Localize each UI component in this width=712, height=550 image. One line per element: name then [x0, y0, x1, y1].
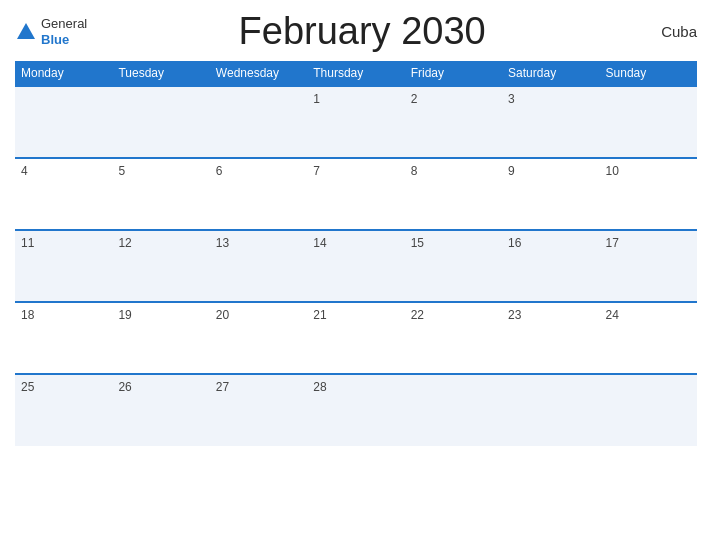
- day-cell-28: 28: [307, 374, 404, 446]
- empty-cell: [502, 374, 599, 446]
- day-cell-27: 27: [210, 374, 307, 446]
- day-cell-12: 12: [112, 230, 209, 302]
- weekday-header-sunday: Sunday: [600, 61, 697, 86]
- day-number: 26: [118, 380, 131, 394]
- day-cell-10: 10: [600, 158, 697, 230]
- day-cell-23: 23: [502, 302, 599, 374]
- day-cell-6: 6: [210, 158, 307, 230]
- weekday-header-saturday: Saturday: [502, 61, 599, 86]
- day-number: 18: [21, 308, 34, 322]
- logo: General Blue: [15, 16, 87, 47]
- week-row-4: 18192021222324: [15, 302, 697, 374]
- empty-cell: [405, 374, 502, 446]
- empty-cell: [600, 86, 697, 158]
- week-row-2: 45678910: [15, 158, 697, 230]
- day-number: 10: [606, 164, 619, 178]
- day-cell-21: 21: [307, 302, 404, 374]
- day-number: 16: [508, 236, 521, 250]
- weekday-header-wednesday: Wednesday: [210, 61, 307, 86]
- day-cell-1: 1: [307, 86, 404, 158]
- day-cell-16: 16: [502, 230, 599, 302]
- logo-text: General Blue: [41, 16, 87, 47]
- day-number: 17: [606, 236, 619, 250]
- day-cell-18: 18: [15, 302, 112, 374]
- day-number: 15: [411, 236, 424, 250]
- day-cell-14: 14: [307, 230, 404, 302]
- logo-flag-icon: [15, 21, 37, 43]
- day-cell-11: 11: [15, 230, 112, 302]
- day-number: 8: [411, 164, 418, 178]
- svg-marker-0: [17, 23, 35, 39]
- calendar-title: February 2030: [87, 10, 637, 53]
- day-number: 24: [606, 308, 619, 322]
- day-cell-24: 24: [600, 302, 697, 374]
- day-cell-20: 20: [210, 302, 307, 374]
- day-number: 3: [508, 92, 515, 106]
- day-number: 14: [313, 236, 326, 250]
- calendar-table: MondayTuesdayWednesdayThursdayFridaySatu…: [15, 61, 697, 446]
- day-number: 19: [118, 308, 131, 322]
- calendar-header: General Blue February 2030 Cuba: [15, 10, 697, 53]
- day-number: 7: [313, 164, 320, 178]
- day-number: 12: [118, 236, 131, 250]
- weekday-header-monday: Monday: [15, 61, 112, 86]
- day-cell-17: 17: [600, 230, 697, 302]
- day-cell-3: 3: [502, 86, 599, 158]
- day-number: 20: [216, 308, 229, 322]
- day-cell-25: 25: [15, 374, 112, 446]
- day-cell-9: 9: [502, 158, 599, 230]
- week-row-1: 123: [15, 86, 697, 158]
- day-cell-19: 19: [112, 302, 209, 374]
- day-number: 2: [411, 92, 418, 106]
- empty-cell: [600, 374, 697, 446]
- day-cell-15: 15: [405, 230, 502, 302]
- day-number: 23: [508, 308, 521, 322]
- day-number: 25: [21, 380, 34, 394]
- day-cell-13: 13: [210, 230, 307, 302]
- weekday-header-friday: Friday: [405, 61, 502, 86]
- day-number: 28: [313, 380, 326, 394]
- day-cell-5: 5: [112, 158, 209, 230]
- day-cell-7: 7: [307, 158, 404, 230]
- weekday-header-thursday: Thursday: [307, 61, 404, 86]
- day-number: 27: [216, 380, 229, 394]
- day-number: 9: [508, 164, 515, 178]
- day-cell-26: 26: [112, 374, 209, 446]
- day-number: 13: [216, 236, 229, 250]
- weekday-header-row: MondayTuesdayWednesdayThursdayFridaySatu…: [15, 61, 697, 86]
- day-number: 11: [21, 236, 34, 250]
- day-number: 1: [313, 92, 320, 106]
- logo-general: General: [41, 16, 87, 32]
- empty-cell: [112, 86, 209, 158]
- week-row-3: 11121314151617: [15, 230, 697, 302]
- day-number: 21: [313, 308, 326, 322]
- day-cell-8: 8: [405, 158, 502, 230]
- day-number: 5: [118, 164, 125, 178]
- day-number: 6: [216, 164, 223, 178]
- day-number: 22: [411, 308, 424, 322]
- day-cell-2: 2: [405, 86, 502, 158]
- logo-blue: Blue: [41, 32, 87, 48]
- calendar-container: General Blue February 2030 Cuba MondayTu…: [0, 0, 712, 550]
- day-number: 4: [21, 164, 28, 178]
- week-row-5: 25262728: [15, 374, 697, 446]
- day-cell-22: 22: [405, 302, 502, 374]
- weekday-header-tuesday: Tuesday: [112, 61, 209, 86]
- empty-cell: [210, 86, 307, 158]
- country-name: Cuba: [637, 23, 697, 40]
- day-cell-4: 4: [15, 158, 112, 230]
- empty-cell: [15, 86, 112, 158]
